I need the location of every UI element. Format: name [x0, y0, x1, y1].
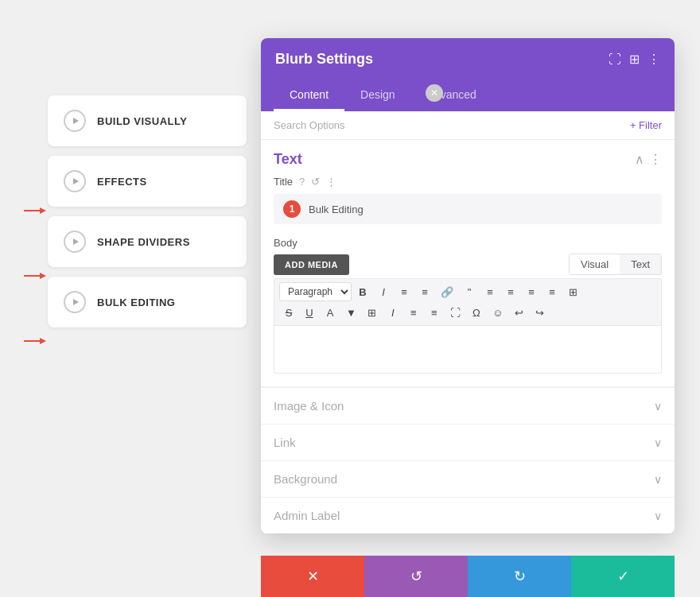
undo-icon[interactable]: ↺ [311, 176, 320, 188]
admin-label-chevron: ∨ [654, 510, 662, 522]
body-label: Body [274, 237, 662, 249]
text-toggle-button[interactable]: Text [620, 254, 661, 274]
background-chevron: ∨ [654, 473, 662, 486]
svg-marker-7 [73, 178, 79, 184]
menu-label-effects: EFFECTS [97, 176, 147, 188]
arrow-effects [24, 205, 46, 216]
blurb-settings-dialog: Blurb Settings ⛶ ⊞ ⋮ Content Design Adva… [261, 38, 675, 533]
redo-button[interactable]: ↻ [468, 556, 571, 597]
dialog-body: Search Options + Filter Text ∧ ⋮ Title ?… [261, 111, 675, 533]
editor-area[interactable] [274, 326, 662, 374]
text-section: Text ∧ ⋮ Title ? ↺ ⋮ 1 Bulk Editing Body [261, 140, 675, 387]
underline-button[interactable]: U [300, 303, 319, 322]
blockquote-button[interactable]: " [460, 282, 479, 301]
ordered-list-button[interactable]: ≡ [415, 282, 434, 301]
table-button[interactable]: ⊞ [563, 282, 582, 301]
align-right-button[interactable]: ≡ [522, 282, 541, 301]
redo-icon: ↻ [514, 568, 526, 585]
image-icon-label: Image & Icon [274, 399, 344, 413]
bold-button[interactable]: B [353, 282, 372, 301]
redo-editor-button[interactable]: ↪ [530, 303, 549, 322]
svg-marker-5 [40, 338, 46, 344]
collapse-icon[interactable]: ∧ [635, 152, 644, 167]
undo-icon: ↺ [410, 568, 422, 585]
text-color-button[interactable]: A [321, 303, 340, 322]
more-icon[interactable]: ⋮ [648, 52, 660, 67]
arrow-shape-dividers [24, 270, 46, 281]
menu-item-bulk-editing[interactable]: BULK EDITING [48, 277, 247, 328]
expand-icon[interactable]: ⛶ [609, 52, 621, 67]
special-char-button[interactable]: Ω [467, 303, 486, 322]
paste-button[interactable]: ⊞ [363, 303, 382, 322]
align-center-button[interactable]: ≡ [501, 282, 520, 301]
play-icon-effects [64, 170, 86, 192]
search-placeholder: Search Options [274, 119, 345, 131]
align-left-button[interactable]: ≡ [480, 282, 500, 301]
title-field-row: Title ? ↺ ⋮ [261, 173, 675, 194]
image-icon-section[interactable]: Image & Icon ∨ [261, 387, 675, 424]
tab-content[interactable]: Content [274, 80, 344, 111]
search-bar: Search Options + Filter [261, 111, 675, 140]
visual-toggle-button[interactable]: Visual [570, 254, 620, 274]
italic-button[interactable]: I [374, 282, 393, 301]
background-label: Background [274, 472, 337, 486]
dialog-tabs: Content Design Advanced [261, 80, 675, 111]
unordered-list-button[interactable]: ≡ [395, 282, 414, 301]
cancel-button[interactable]: ✕ [261, 556, 364, 597]
menu-item-shape-dividers[interactable]: SHAPE DIVIDERS [48, 216, 247, 267]
save-icon: ✓ [617, 568, 629, 585]
tab-design[interactable]: Design [344, 80, 411, 111]
svg-marker-8 [73, 238, 79, 245]
add-media-button[interactable]: ADD MEDIA [274, 254, 349, 275]
undo-button[interactable]: ↺ [364, 556, 468, 597]
strikethrough-button[interactable]: S [279, 303, 298, 322]
bulk-editing-row: 1 Bulk Editing [274, 194, 662, 224]
link-label: Link [274, 436, 296, 449]
save-button[interactable]: ✓ [571, 556, 675, 597]
tab-advanced[interactable]: Advanced [411, 80, 492, 111]
svg-marker-9 [73, 299, 79, 305]
menu-item-effects[interactable]: EFFECTS [48, 156, 247, 207]
editor-toolbar: Paragraph B I ≡ ≡ 🔗 " ≡ ≡ ≡ ≡ ⊞ [274, 278, 662, 326]
bulk-text: Bulk Editing [309, 204, 364, 215]
align-justify-button[interactable]: ≡ [542, 282, 562, 301]
arrow-bulk-editing [24, 335, 46, 347]
columns-icon[interactable]: ⊞ [629, 52, 640, 67]
background-section[interactable]: Background ∨ [261, 460, 675, 497]
body-section: Body ADD MEDIA Visual Text Paragraph [261, 231, 675, 386]
title-field-label: Title [274, 176, 293, 188]
text-section-controls: ∧ ⋮ [635, 152, 662, 167]
fullscreen-button[interactable]: ⛶ [445, 303, 465, 322]
svg-marker-3 [40, 273, 46, 279]
link-section[interactable]: Link ∨ [261, 424, 675, 460]
link-button[interactable]: 🔗 [436, 282, 458, 301]
svg-marker-6 [73, 118, 79, 124]
toolbar-row-1: Paragraph B I ≡ ≡ 🔗 " ≡ ≡ ≡ ≡ ⊞ [279, 282, 656, 301]
editor-toolbar-top: ADD MEDIA Visual Text [274, 254, 662, 275]
text-section-title: Text [274, 151, 302, 168]
toolbar-row-2: S U A ▼ ⊞ I ≡ ≡ ⛶ Ω ☺ ↩ ↪ [279, 303, 656, 322]
menu-label-shape-dividers: SHAPE DIVIDERS [97, 236, 190, 248]
menu-label-build-visually: BUILD VISUALLY [97, 115, 187, 127]
paragraph-select[interactable]: Paragraph [279, 282, 352, 301]
filter-button[interactable]: + Filter [630, 119, 662, 131]
indent-button[interactable]: ≡ [404, 303, 423, 322]
cancel-icon: ✕ [307, 568, 319, 585]
dialog-title: Blurb Settings [275, 51, 373, 68]
outdent-button[interactable]: ≡ [425, 303, 444, 322]
section-more-icon[interactable]: ⋮ [649, 152, 662, 167]
undo-editor-button[interactable]: ↩ [509, 303, 528, 322]
title-more-icon[interactable]: ⋮ [326, 176, 336, 188]
highlight-button[interactable]: ▼ [341, 303, 361, 322]
emoji-button[interactable]: ☺ [488, 303, 508, 322]
view-toggle: Visual Text [569, 254, 662, 275]
help-icon[interactable]: ? [299, 176, 305, 188]
menu-item-build-visually[interactable]: BUILD VISUALLY [48, 95, 247, 146]
dialog-header: Blurb Settings ⛶ ⊞ ⋮ [261, 38, 675, 80]
dialog-close-button[interactable]: ✕ [426, 84, 443, 102]
italic2-button[interactable]: I [383, 303, 402, 322]
bottom-bar: ✕ ↺ ↻ ✓ [261, 556, 675, 597]
text-section-header: Text ∧ ⋮ [261, 140, 675, 173]
link-chevron: ∨ [654, 436, 662, 449]
admin-label-section[interactable]: Admin Label ∨ [261, 497, 675, 533]
